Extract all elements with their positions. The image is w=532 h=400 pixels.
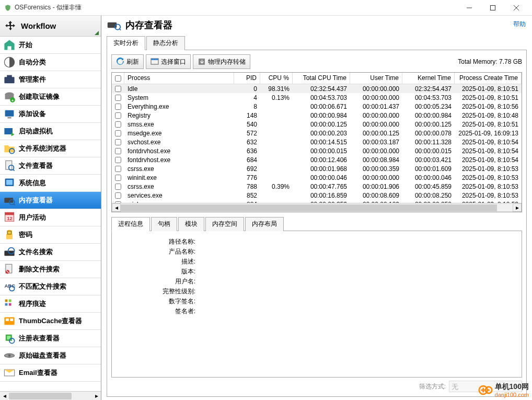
- sidebar-item-4[interactable]: 添加设备: [0, 106, 101, 123]
- scroll-right-icon[interactable]: ▸: [92, 392, 101, 400]
- row-checkbox[interactable]: [115, 166, 121, 172]
- sidebar-item-label: 管理案件: [19, 75, 46, 84]
- process-info-panel: 路径名称:产品名称:描述:版本:用户名:完整性级别:数字签名:签名者:: [111, 231, 522, 378]
- detail-label: 路径名称:: [122, 237, 195, 246]
- sidebar-item-1[interactable]: 自动分类: [0, 54, 101, 71]
- svg-text:12: 12: [7, 215, 13, 221]
- select-window-button[interactable]: 选择窗口: [146, 54, 191, 69]
- col-kernel-time[interactable]: Kernel Time: [402, 73, 455, 84]
- svg-rect-21: [4, 198, 13, 203]
- sidebar-icon-11: [3, 230, 16, 240]
- table-row[interactable]: svchost.exe63200:00:14.51500:00:03.18700…: [112, 138, 522, 146]
- sidebar-item-0[interactable]: 开始: [0, 37, 101, 54]
- sidebar-item-label: 文件名搜索: [19, 247, 53, 257]
- watermark: 单机100网 danji100.com: [478, 382, 529, 398]
- row-checkbox[interactable]: [115, 86, 121, 92]
- sidebar-item-label: 程序痕迹: [19, 299, 46, 308]
- sidebar-item-12[interactable]: 文件名搜索: [0, 244, 101, 261]
- sidebar-item-14[interactable]: ABC不匹配文件搜索: [0, 278, 101, 295]
- sidebar-item-label: 密码: [19, 230, 32, 239]
- row-checkbox[interactable]: [115, 95, 121, 101]
- table-row[interactable]: System40.13%00:04:53.70300:00:00.00000:0…: [112, 93, 522, 102]
- sidebar-item-16[interactable]: ThumbCache查看器: [0, 313, 101, 330]
- watermark-title: 单机100网: [495, 382, 529, 392]
- col-total-cpu[interactable]: Total CPU Time: [293, 73, 350, 84]
- sidebar-item-7[interactable]: 文件查看器: [0, 157, 101, 175]
- svg-text:+: +: [11, 98, 14, 103]
- table-row[interactable]: msedge.exe57200:00:00.20300:00:00.12500:…: [112, 129, 522, 138]
- col-user-time[interactable]: User Time: [350, 73, 402, 84]
- col-create-time[interactable]: Process Create Time: [455, 73, 522, 84]
- row-checkbox[interactable]: [115, 157, 121, 163]
- table-row[interactable]: Everything.exe800:00:06.67100:00:01.4370…: [112, 102, 522, 111]
- sidebar-item-10[interactable]: 12用户活动: [0, 209, 101, 226]
- row-checkbox[interactable]: [115, 148, 121, 154]
- maximize-button[interactable]: [481, 0, 504, 15]
- sidebar-item-label: 文件查看器: [19, 161, 53, 170]
- detail-tab-0[interactable]: 进程信息: [111, 217, 150, 231]
- sidebar-icon-2: [3, 74, 16, 85]
- scroll-right-icon[interactable]: ▸: [513, 203, 522, 212]
- scroll-left-icon[interactable]: ◂: [112, 203, 121, 212]
- sidebar-item-13[interactable]: 删除文件搜索: [0, 261, 101, 278]
- row-checkbox[interactable]: [115, 192, 121, 199]
- table-row[interactable]: csrss.exe69200:00:01.96800:00:00.35900:0…: [112, 164, 522, 173]
- table-row[interactable]: smss.exe54000:00:00.12500:00:00.00000:00…: [112, 120, 522, 129]
- detail-tab-4[interactable]: 内存布局: [245, 217, 284, 231]
- table-row[interactable]: csrss.exe7880.39%00:00:47.76500:00:01.90…: [112, 182, 522, 191]
- sidebar-item-15[interactable]: 程序痕迹: [0, 295, 101, 313]
- row-checkbox[interactable]: [115, 121, 121, 128]
- table-row[interactable]: Idle098.31%02:32:54.43700:00:00.00002:32…: [112, 84, 522, 93]
- svg-line-51: [120, 29, 121, 30]
- sidebar-item-2[interactable]: 管理案件: [0, 71, 101, 88]
- table-row[interactable]: Registry14800:00:00.98400:00:00.00000:00…: [112, 111, 522, 120]
- row-checkbox[interactable]: [115, 130, 121, 136]
- svg-line-23: [14, 204, 15, 205]
- sidebar-item-18[interactable]: 原始磁盘查看器: [0, 347, 101, 364]
- row-checkbox[interactable]: [115, 112, 121, 119]
- sidebar-item-17[interactable]: 注册表查看器: [0, 330, 101, 347]
- main-tab-0[interactable]: 实时分析: [107, 36, 145, 50]
- main-tab-1[interactable]: 静态分析: [146, 36, 185, 50]
- select-all-checkbox[interactable]: [115, 75, 121, 82]
- filter-label: 筛选方式:: [419, 382, 446, 391]
- row-checkbox[interactable]: [115, 139, 121, 145]
- detail-tab-2[interactable]: 模块: [178, 217, 204, 231]
- col-pid[interactable]: PID: [234, 73, 260, 84]
- minimize-button[interactable]: [457, 0, 481, 15]
- sidebar-item-label: 开始: [19, 40, 32, 50]
- sidebar-item-6[interactable]: 文件系统浏览器: [0, 140, 101, 157]
- sidebar-item-8[interactable]: 系统信息: [0, 175, 101, 192]
- window-title: OSForensics - 似懂非懂: [15, 3, 457, 12]
- table-row[interactable]: fontdrvhost.exe68400:00:12.40600:00:08.9…: [112, 155, 522, 164]
- detail-tab-1[interactable]: 句柄: [151, 217, 177, 231]
- sidebar-item-19[interactable]: Email查看器: [0, 364, 101, 382]
- sidebar-item-9[interactable]: 内存查看器: [0, 192, 101, 209]
- refresh-button[interactable]: 刷新: [111, 54, 144, 69]
- sidebar-scrollbar[interactable]: ◂ ▸: [0, 391, 101, 400]
- svg-line-18: [13, 169, 14, 170]
- sidebar-item-3[interactable]: +创建取证镜像: [0, 88, 101, 106]
- sidebar: Workflow 开始自动分类管理案件+创建取证镜像添加设备启动虚拟机文件系统浏…: [0, 16, 101, 400]
- table-row[interactable]: services.exe85200:00:16.85900:00:08.6090…: [112, 191, 522, 200]
- sidebar-item-5[interactable]: 启动虚拟机: [0, 123, 101, 140]
- sidebar-item-11[interactable]: 密码: [0, 226, 101, 244]
- row-checkbox[interactable]: [115, 104, 121, 110]
- close-button[interactable]: [504, 0, 528, 15]
- help-link[interactable]: 帮助: [513, 20, 526, 29]
- sidebar-header-label: Workflow: [21, 21, 56, 30]
- sidebar-header[interactable]: Workflow: [0, 16, 101, 37]
- detail-label: 描述:: [122, 257, 195, 266]
- detail-label: 数字签名:: [122, 297, 195, 306]
- table-row[interactable]: fontdrvhost.exe63600:00:00.01500:00:00.0…: [112, 146, 522, 155]
- phys-dump-button[interactable]: 物理内存转储: [193, 54, 250, 69]
- row-checkbox[interactable]: [115, 175, 121, 181]
- detail-tab-3[interactable]: 内存空间: [205, 217, 244, 231]
- scroll-left-icon[interactable]: ◂: [0, 392, 9, 400]
- table-row[interactable]: wininit.exe77600:00:00.04600:00:00.00000…: [112, 173, 522, 182]
- row-checkbox[interactable]: [115, 184, 121, 190]
- table-scrollbar[interactable]: ◂ ▸: [112, 203, 522, 212]
- col-cpu[interactable]: CPU %: [260, 73, 293, 84]
- col-process[interactable]: Process: [124, 73, 234, 84]
- process-table: Process PID CPU % Total CPU Time User Ti…: [111, 72, 522, 212]
